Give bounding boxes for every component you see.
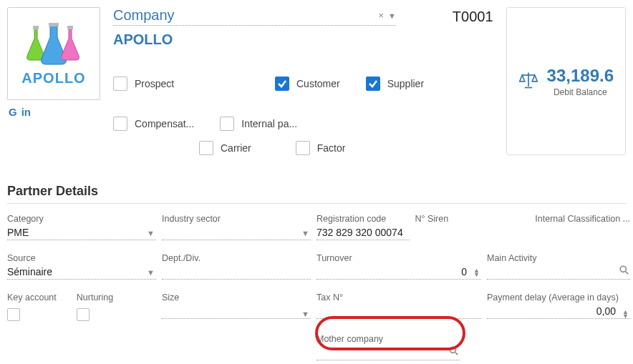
- scale-icon: [518, 70, 538, 93]
- prospect-checkbox[interactable]: [113, 77, 127, 91]
- customer-checkbox[interactable]: [275, 77, 289, 91]
- section-title: Partner Details: [7, 184, 626, 204]
- source-select[interactable]: [7, 265, 156, 280]
- internal-checkbox[interactable]: [220, 117, 234, 131]
- supplier-checkbox[interactable]: [366, 77, 380, 91]
- turnover-label: Turnover: [316, 253, 481, 263]
- company-name: APOLLO: [113, 31, 440, 48]
- intclass-label: Internal Classification ...: [487, 214, 630, 224]
- balance-label: Debit Balance: [547, 87, 614, 97]
- regcode-label: Registration code: [316, 214, 410, 224]
- compensation-label: Compensat...: [135, 118, 194, 129]
- carrier-checkbox[interactable]: [199, 141, 213, 155]
- dept-label: Dept./Div.: [162, 253, 311, 263]
- industry-label: Industry sector: [162, 214, 311, 224]
- mainactivity-label: Main Activity: [487, 253, 630, 263]
- company-logo[interactable]: APOLLO: [7, 7, 100, 100]
- siren-input[interactable]: [415, 225, 482, 240]
- taxno-input[interactable]: [316, 304, 481, 319]
- siren-label: N° Siren: [415, 214, 482, 224]
- clear-icon[interactable]: ×: [379, 10, 385, 21]
- turnover-input[interactable]: [316, 265, 481, 280]
- supplier-label: Supplier: [387, 78, 424, 89]
- keyaccount-checkbox[interactable]: [7, 308, 20, 321]
- prospect-label: Prospect: [135, 78, 174, 89]
- keyaccount-label: Key account: [7, 292, 57, 302]
- paydelay-input[interactable]: [487, 304, 630, 319]
- logo-text: APOLLO: [21, 70, 85, 87]
- flask-icon: [21, 21, 86, 67]
- mother-company-label: Mother company: [316, 334, 460, 344]
- svg-rect-1: [49, 23, 59, 26]
- factor-label: Factor: [317, 142, 346, 154]
- linkedin-icon[interactable]: in: [21, 106, 31, 118]
- balance-value: 33,189.6: [547, 66, 614, 86]
- google-icon[interactable]: G: [9, 106, 17, 118]
- mainactivity-input[interactable]: [487, 265, 630, 280]
- chevron-down-icon[interactable]: ▼: [388, 11, 396, 20]
- size-select[interactable]: [162, 304, 311, 319]
- nurturing-label: Nurturing: [77, 292, 113, 302]
- compensation-checkbox[interactable]: [113, 117, 127, 131]
- customer-label: Customer: [296, 78, 340, 89]
- svg-rect-2: [67, 26, 73, 29]
- nurturing-checkbox[interactable]: [77, 308, 90, 321]
- partner-code: T0001: [453, 7, 493, 155]
- size-label: Size: [162, 292, 311, 302]
- factor-checkbox[interactable]: [296, 141, 310, 155]
- balance-card[interactable]: 33,189.6 Debit Balance: [506, 7, 626, 155]
- company-type-select[interactable]: Company × ▼: [113, 7, 396, 26]
- svg-rect-0: [33, 26, 39, 29]
- mother-company-input[interactable]: [316, 345, 460, 360]
- carrier-label: Carrier: [221, 142, 251, 154]
- category-label: Category: [7, 214, 156, 224]
- company-type-label: Company: [113, 7, 379, 24]
- category-select[interactable]: [7, 225, 156, 240]
- internal-label: Internal pa...: [241, 118, 297, 129]
- taxno-label: Tax N°: [316, 292, 481, 302]
- paydelay-label: Payment delay (Average in days): [487, 292, 630, 302]
- industry-select[interactable]: [162, 225, 311, 240]
- dept-input[interactable]: [162, 265, 311, 280]
- regcode-input[interactable]: [316, 225, 410, 240]
- source-label: Source: [7, 253, 156, 263]
